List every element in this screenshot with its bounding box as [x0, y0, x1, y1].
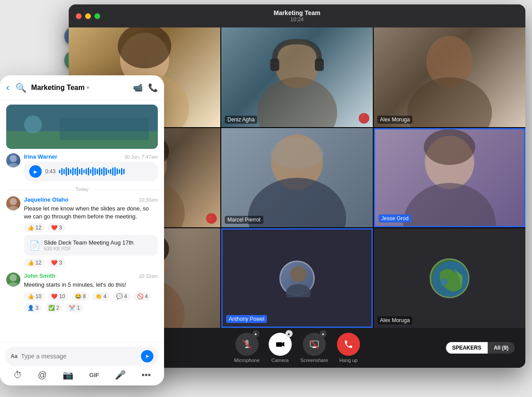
chat-header: ‹ 🔍 Marketing Team ▾ 📹 📞 [0, 75, 164, 100]
svg-point-18 [270, 137, 324, 168]
waveform [59, 166, 153, 177]
hangup-control[interactable]: Hang up [337, 333, 360, 363]
reaction-thumbsup-1[interactable]: 👍12 [24, 223, 45, 232]
chat-input-area: Aa ➤ ⏱ @ 📷 GIF 🎤 ••• [0, 343, 164, 385]
time-john: 10:32am [139, 273, 158, 279]
hangup-button[interactable] [337, 333, 360, 356]
camera-arrow[interactable]: ▲ [286, 330, 293, 337]
mention-icon[interactable]: @ [38, 370, 47, 380]
message-text-jaqueline: Please let me know when the slides are d… [24, 205, 158, 221]
screenshare-button[interactable]: ▲ [303, 333, 326, 356]
microphone-arrow[interactable]: ▲ [252, 330, 259, 337]
svg-point-39 [10, 198, 17, 205]
reactions-jaqueline-1: 👍12 ❤️3 [24, 223, 158, 232]
message-content-irina: Irina Warner 30.Jun, 7:47am ▶ 0:43 [24, 153, 158, 181]
sender-jaqueline: Jaqueline Olaho [24, 196, 68, 203]
close-button[interactable] [76, 13, 82, 19]
svg-point-8 [257, 77, 337, 127]
audio-duration: 0:43 [45, 168, 55, 175]
camera-label: Camera [271, 358, 289, 363]
sender-john: John Smith [24, 272, 55, 279]
r-scissors[interactable]: ✂️1 [65, 304, 83, 312]
svg-point-42 [8, 282, 19, 287]
camera-icon[interactable]: 📷 [63, 370, 74, 380]
video-cell-anthony: Anthony Powel [221, 228, 373, 328]
reactions-john: 👍10 ❤️10 😂8 👏4 💬4 🚫4 [24, 292, 158, 301]
svg-point-25 [290, 266, 306, 282]
back-button[interactable]: ‹ [6, 82, 9, 93]
r-check[interactable]: ✅2 [45, 304, 63, 312]
microphone-control[interactable]: ▲ Microphone [234, 333, 259, 363]
svg-point-28 [441, 278, 448, 285]
message-header-irina: Irina Warner 30.Jun, 7:47am [24, 153, 158, 160]
r-laugh[interactable]: 😂8 [71, 292, 90, 301]
video-call-icon[interactable]: 📹 [133, 83, 143, 93]
video-cell-alex1: Alex Moruga [374, 27, 525, 127]
r-dots[interactable]: 💬4 [113, 292, 131, 301]
chat-messages: Irina Warner 30.Jun, 7:47am ▶ 0:43 [0, 100, 164, 343]
all-button[interactable]: All (9) [488, 342, 515, 354]
svg-point-12 [407, 77, 492, 127]
message-john: John Smith 10:32am Meeting starts in 5 m… [6, 272, 158, 312]
screenshare-label: Screenshare [301, 358, 328, 363]
minimize-button[interactable] [85, 13, 91, 19]
camera-control[interactable]: ▲ Camera [269, 333, 292, 363]
svg-point-21 [424, 129, 475, 165]
message-header-jaqueline: Jaqueline Olaho 10:30am [24, 196, 158, 203]
screenshare-arrow[interactable]: ▲ [320, 330, 327, 337]
maximize-button[interactable] [94, 13, 100, 19]
file-meta: 530 KB PDF [44, 246, 133, 251]
more-icon[interactable]: ••• [141, 370, 151, 380]
avatar-irina [6, 153, 20, 167]
speakers-button[interactable]: SPEAKERS [446, 342, 488, 354]
r-heart[interactable]: ❤️10 [47, 292, 68, 301]
reaction-heart-2[interactable]: ❤️3 [47, 258, 66, 267]
search-icon[interactable]: 🔍 [16, 82, 27, 93]
microphone-button[interactable]: ▲ [235, 333, 258, 356]
screenshare-control[interactable]: ▲ Screenshare [301, 333, 328, 363]
svg-point-38 [8, 163, 19, 167]
camera-button[interactable]: ▲ [269, 333, 292, 356]
message-input[interactable] [21, 353, 137, 360]
participant-name-anthony: Anthony Powel [226, 315, 267, 323]
message-jaqueline: Jaqueline Olaho 10:30am Please let me kn… [6, 196, 158, 267]
reaction-thumbsup-2[interactable]: 👍12 [24, 258, 45, 267]
message-content-jaqueline: Jaqueline Olaho 10:30am Please let me kn… [24, 196, 158, 267]
chevron-down-icon: ▾ [86, 85, 89, 91]
video-cell-marcel: Marcel Pierrot [221, 128, 373, 228]
microphone-label: Microphone [234, 358, 259, 363]
r-thumbs[interactable]: 👍10 [24, 292, 45, 301]
traffic-lights [76, 13, 100, 19]
gif-icon[interactable]: GIF [90, 372, 99, 378]
mute-icon-deniz: 🚫 [359, 113, 369, 124]
chat-toolbar: ⏱ @ 📷 GIF 🎤 ••• [5, 366, 159, 382]
r-cross[interactable]: 🚫4 [133, 292, 152, 301]
video-cell-jesse: Jesse Grod [374, 128, 525, 228]
mic-icon[interactable]: 🎤 [115, 370, 126, 380]
phone-icon[interactable]: 📞 [148, 83, 158, 93]
speakers-toggle: SPEAKERS All (9) [446, 342, 515, 354]
svg-point-35 [24, 116, 42, 133]
r-clap[interactable]: 👏4 [92, 292, 110, 301]
svg-rect-30 [276, 342, 282, 346]
send-button[interactable]: ➤ [141, 350, 153, 362]
file-info: Slide Deck Team Meeting Aug 17th 530 KB … [44, 239, 133, 251]
meeting-title-area: Marketing Team 10:24 [274, 9, 321, 23]
participant-name-deniz: Deniz Agha [225, 116, 257, 124]
avatar-john [6, 272, 20, 287]
chat-title: Marketing Team ▾ [31, 84, 129, 92]
file-attachment[interactable]: 📄 Slide Deck Team Meeting Aug 17th 530 K… [24, 235, 158, 256]
hangup-label: Hang up [339, 358, 358, 363]
reactions-jaqueline-2: 👍12 ❤️3 [24, 258, 158, 267]
svg-point-37 [10, 155, 17, 162]
play-button[interactable]: ▶ [29, 165, 42, 178]
text-size-button[interactable]: Aa [11, 353, 17, 359]
timer-icon[interactable]: ⏱ [13, 370, 22, 380]
video-titlebar: Marketing Team 10:24 [69, 4, 525, 27]
video-cell-alex2: Alex Moruga [374, 228, 525, 328]
alex-avatar [430, 258, 469, 298]
r-person[interactable]: 👤3 [24, 304, 42, 312]
file-icon: 📄 [29, 240, 40, 251]
reaction-heart-1[interactable]: ❤️3 [47, 223, 66, 232]
svg-rect-36 [60, 118, 149, 140]
